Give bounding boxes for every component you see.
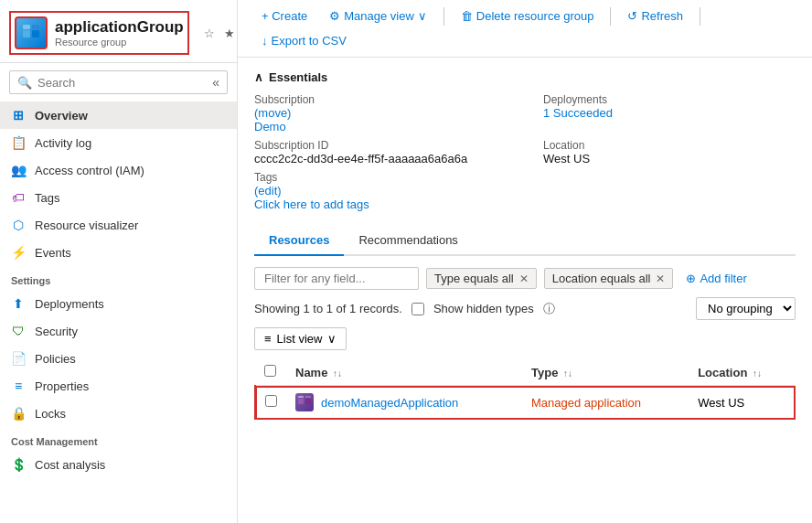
- manage-view-chevron: ∨: [418, 9, 427, 23]
- location-filter-close[interactable]: ✕: [656, 272, 665, 285]
- location-filter-label: Location equals all: [552, 272, 651, 285]
- tags-item: Tags (edit) Click here to add tags: [254, 171, 507, 211]
- location-item: Location West US: [543, 139, 796, 165]
- tags-add-link[interactable]: Click here to add tags: [254, 197, 369, 211]
- sidebar-item-events[interactable]: ⚡ Events: [0, 239, 237, 266]
- sidebar-item-access-control[interactable]: 👥 Access control (IAM): [0, 156, 237, 184]
- sidebar-item-deployments-label: Deployments: [35, 297, 104, 311]
- grouping-select[interactable]: No grouping: [696, 297, 796, 320]
- sidebar-item-deployments[interactable]: ⬆ Deployments: [0, 290, 237, 317]
- subscription-name-link[interactable]: Demo: [254, 120, 286, 133]
- security-icon: 🛡: [11, 324, 26, 338]
- show-hidden-checkbox[interactable]: [411, 303, 424, 315]
- pin-filled-icon[interactable]: ★: [224, 27, 235, 40]
- info-icon[interactable]: ⓘ: [543, 301, 555, 317]
- tags-edit-link[interactable]: (edit): [254, 184, 282, 197]
- essentials-toggle[interactable]: ∧ Essentials: [254, 70, 796, 84]
- sidebar-item-activity-log[interactable]: 📋 Activity log: [0, 129, 237, 156]
- sidebar-item-locks[interactable]: 🔒 Locks: [0, 400, 237, 427]
- create-button[interactable]: + Create: [252, 5, 316, 27]
- refresh-button[interactable]: ↺ Refresh: [618, 5, 692, 27]
- tags-value: (edit) Click here to add tags: [254, 184, 507, 211]
- view-row: ≡ List view ∨: [254, 327, 796, 350]
- sidebar-item-locks-label: Locks: [35, 407, 66, 421]
- export-csv-button[interactable]: ↓ Export to CSV: [252, 30, 356, 51]
- sidebar-item-security[interactable]: 🛡 Security: [0, 317, 237, 345]
- col-type-label: Type: [531, 366, 558, 379]
- deployments-link[interactable]: 1 Succeeded: [543, 106, 613, 120]
- tab-resources[interactable]: Resources: [254, 226, 344, 256]
- table-header: Name ↑↓ Type ↑↓ Location ↑↓: [255, 359, 796, 386]
- type-sort-icon[interactable]: ↑↓: [563, 368, 572, 379]
- manage-view-button[interactable]: ⚙ Manage view ∨: [320, 5, 436, 27]
- svg-rect-0: [23, 30, 30, 37]
- export-label: Export to CSV: [272, 34, 347, 48]
- subscription-move-link[interactable]: (move): [254, 106, 291, 120]
- manage-view-icon: ⚙: [329, 9, 340, 23]
- policies-icon: 📄: [11, 351, 26, 366]
- app-icon: [15, 16, 48, 49]
- add-filter-label: Add filter: [700, 272, 746, 285]
- col-location: Location ↑↓: [689, 359, 796, 386]
- resource-name-cell: demoManagedApplication: [295, 393, 513, 411]
- add-filter-icon: ⊕: [686, 272, 696, 285]
- essentials-label: Essentials: [269, 70, 327, 84]
- select-all-checkbox[interactable]: [264, 365, 276, 377]
- list-view-chevron: ∨: [327, 332, 337, 346]
- nav-cost: 💲 Cost analysis: [0, 451, 237, 478]
- refresh-label: Refresh: [641, 9, 683, 23]
- row-checkbox[interactable]: [265, 395, 277, 407]
- sidebar-item-resource-visualizer-label: Resource visualizer: [35, 219, 138, 232]
- resource-type-icon: [295, 393, 314, 411]
- list-view-icon: ≡: [264, 332, 272, 346]
- resource-name-link[interactable]: demoManagedApplication: [321, 396, 458, 410]
- essentials-grid: Subscription (move) Demo Deployments 1 S…: [254, 93, 796, 211]
- sidebar-item-cost-analysis-label: Cost analysis: [35, 458, 105, 472]
- type-filter-tag: Type equals all ✕: [426, 268, 537, 289]
- list-view-button[interactable]: ≡ List view ∨: [254, 327, 347, 350]
- content-area: ∧ Essentials Subscription (move) Demo De…: [238, 58, 812, 523]
- sidebar-item-tags[interactable]: 🏷 Tags: [0, 184, 237, 211]
- type-filter-label: Type equals all: [434, 272, 514, 285]
- sidebar-item-cost-analysis[interactable]: 💲 Cost analysis: [0, 451, 237, 478]
- subscription-item: Subscription (move) Demo: [254, 93, 507, 133]
- events-icon: ⚡: [11, 245, 26, 260]
- type-filter-close[interactable]: ✕: [519, 272, 529, 285]
- nav-settings: ⬆ Deployments 🛡 Security 📄 Policies ≡ Pr…: [0, 290, 237, 427]
- search-input[interactable]: [37, 76, 207, 90]
- subscription-id-value: cccc2c2c-dd3d-ee4e-ff5f-aaaaaa6a6a6a: [254, 152, 507, 165]
- collapse-icon[interactable]: «: [212, 75, 219, 90]
- sidebar: applicationGroup Resource group ☆ ★ ··· …: [0, 0, 238, 523]
- delete-resource-group-button[interactable]: 🗑 Delete resource group: [452, 5, 604, 27]
- search-box[interactable]: 🔍 «: [9, 70, 228, 94]
- iam-icon: 👥: [11, 163, 26, 177]
- toolbar-divider-3: [700, 7, 700, 26]
- row-checkbox-cell: [255, 386, 286, 420]
- visualizer-icon: ⬡: [11, 218, 26, 232]
- sidebar-item-overview[interactable]: ⊞ Overview: [0, 101, 237, 129]
- essentials-section: ∧ Essentials Subscription (move) Demo De…: [254, 70, 796, 211]
- location-sort-icon[interactable]: ↑↓: [753, 368, 762, 379]
- tab-recommendations[interactable]: Recommendations: [344, 226, 472, 256]
- sidebar-item-policies-label: Policies: [35, 352, 76, 366]
- filter-row: Type equals all ✕ Location equals all ✕ …: [254, 267, 796, 290]
- pin-outline-icon[interactable]: ☆: [204, 27, 215, 40]
- locks-icon: 🔒: [11, 406, 26, 421]
- records-row: Showing 1 to 1 of 1 records. Show hidden…: [254, 297, 796, 320]
- sidebar-item-security-label: Security: [35, 325, 78, 338]
- sidebar-item-properties[interactable]: ≡ Properties: [0, 372, 237, 400]
- delete-icon: 🗑: [461, 9, 473, 23]
- col-name-label: Name: [295, 366, 327, 379]
- tags-label: Tags: [254, 171, 507, 184]
- svg-rect-1: [32, 30, 39, 37]
- subscription-id-item: Subscription ID cccc2c2c-dd3d-ee4e-ff5f-…: [254, 139, 507, 165]
- list-view-label: List view: [277, 332, 323, 346]
- main-content: + Create ⚙ Manage view ∨ 🗑 Delete resour…: [238, 0, 812, 523]
- name-sort-icon[interactable]: ↑↓: [333, 368, 342, 379]
- sidebar-item-resource-visualizer[interactable]: ⬡ Resource visualizer: [0, 211, 237, 239]
- activity-log-icon: 📋: [11, 135, 26, 150]
- sidebar-item-policies[interactable]: 📄 Policies: [0, 345, 237, 372]
- row-location-cell: West US: [689, 386, 796, 420]
- add-filter-button[interactable]: ⊕ Add filter: [680, 268, 752, 289]
- filter-input[interactable]: [254, 267, 419, 290]
